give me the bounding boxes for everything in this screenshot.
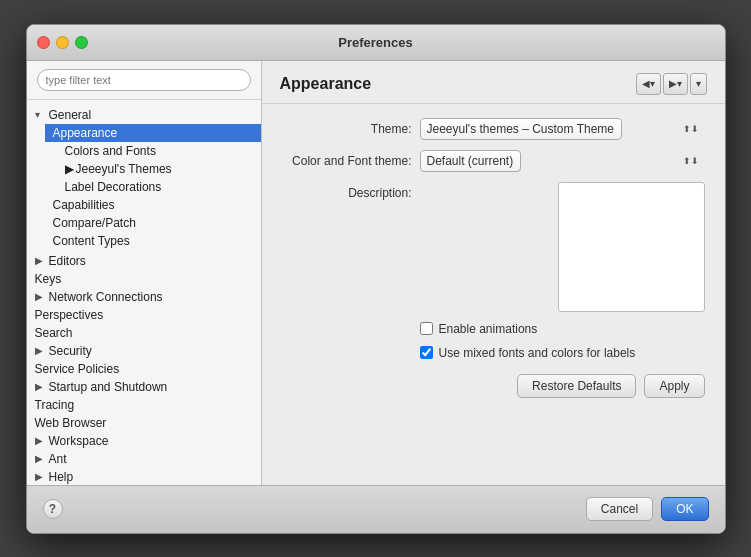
enable-animations-checkbox[interactable] (420, 322, 433, 335)
sidebar-item-search[interactable]: Search (27, 324, 261, 342)
sidebar-item-capabilities[interactable]: Capabilities (45, 196, 261, 214)
description-row: Description: (282, 182, 705, 312)
expand-arrow-general: ▾ (35, 109, 47, 121)
general-children: Appearance Colors and Fonts ▶ Jeeeyul's … (27, 124, 261, 250)
color-font-select-arrow: ⬆⬇ (683, 156, 699, 166)
help-icon: ? (49, 502, 56, 516)
arrow-editors: ▶ (35, 255, 47, 267)
theme-row: Theme: Jeeeyul's themes – Custom Theme ⬆… (282, 118, 705, 140)
nav-dropdown-icon: ▾ (696, 78, 701, 89)
nav-forward-button[interactable]: ▶▾ (663, 73, 688, 95)
sidebar-item-workspace[interactable]: ▶ Workspace (27, 432, 261, 450)
sidebar-item-label-keys: Keys (35, 272, 62, 286)
cancel-button[interactable]: Cancel (586, 497, 653, 521)
sidebar-item-content-types[interactable]: Content Types (45, 232, 261, 250)
minimize-button[interactable] (56, 36, 69, 49)
sidebar-item-colors-fonts[interactable]: Colors and Fonts (45, 142, 261, 160)
titlebar: Preferences (27, 25, 725, 61)
sidebar-item-label-startup: Startup and Shutdown (49, 380, 168, 394)
sidebar-item-service-policies[interactable]: Service Policies (27, 360, 261, 378)
sidebar-item-editors[interactable]: ▶ Editors (27, 252, 261, 270)
sidebar-item-label-security: Security (49, 344, 92, 358)
color-font-label: Color and Font theme: (282, 154, 412, 168)
arrow-ant: ▶ (35, 453, 47, 465)
arrow-help: ▶ (35, 471, 47, 483)
apply-button[interactable]: Apply (644, 374, 704, 398)
tree-item-general: ▾ General Appearance Colors and Fonts ▶ … (27, 104, 261, 252)
sidebar-item-label-editors: Editors (49, 254, 86, 268)
window-title: Preferences (338, 35, 412, 50)
description-label: Description: (282, 186, 412, 200)
arrow-network: ▶ (35, 291, 47, 303)
footer: ? Cancel OK (27, 485, 725, 533)
sidebar-item-label-appearance: Appearance (53, 126, 118, 140)
sidebar-item-label-capabilities: Capabilities (53, 198, 115, 212)
main-header: Appearance ◀▾ ▶▾ ▾ (262, 61, 725, 104)
theme-select-arrow: ⬆⬇ (683, 124, 699, 134)
sidebar-item-startup[interactable]: ▶ Startup and Shutdown (27, 378, 261, 396)
sidebar-item-security[interactable]: ▶ Security (27, 342, 261, 360)
nav-forward-icon: ▶▾ (669, 78, 682, 89)
sidebar-item-help[interactable]: ▶ Help (27, 468, 261, 485)
sidebar-item-label-help: Help (49, 470, 74, 484)
color-font-select-wrapper: Default (current) ⬆⬇ (420, 150, 705, 172)
arrow-startup: ▶ (35, 381, 47, 393)
nav-dropdown-button[interactable]: ▾ (690, 73, 707, 95)
theme-label: Theme: (282, 122, 412, 136)
sidebar-item-label-search: Search (35, 326, 73, 340)
sidebar: ▾ General Appearance Colors and Fonts ▶ … (27, 61, 262, 485)
nav-back-icon: ◀▾ (642, 78, 655, 89)
preferences-window: Preferences ▾ General Appearance (26, 24, 726, 534)
footer-left: ? (43, 499, 578, 519)
use-mixed-fonts-checkbox[interactable] (420, 346, 433, 359)
sidebar-item-keys[interactable]: Keys (27, 270, 261, 288)
theme-select-wrapper: Jeeeyul's themes – Custom Theme ⬆⬇ (420, 118, 705, 140)
sidebar-item-tracing[interactable]: Tracing (27, 396, 261, 414)
search-box (27, 61, 261, 100)
sidebar-item-ant[interactable]: ▶ Ant (27, 450, 261, 468)
nav-back-button[interactable]: ◀▾ (636, 73, 661, 95)
traffic-lights (37, 36, 88, 49)
close-button[interactable] (37, 36, 50, 49)
main-body: Theme: Jeeeyul's themes – Custom Theme ⬆… (262, 104, 725, 485)
sidebar-item-label-tracing: Tracing (35, 398, 75, 412)
description-box (558, 182, 705, 312)
restore-defaults-button[interactable]: Restore Defaults (517, 374, 636, 398)
sidebar-item-label-compare-patch: Compare/Patch (53, 216, 136, 230)
sidebar-item-label-general: General (49, 108, 92, 122)
help-button[interactable]: ? (43, 499, 63, 519)
content-area: ▾ General Appearance Colors and Fonts ▶ … (27, 61, 725, 485)
maximize-button[interactable] (75, 36, 88, 49)
sidebar-item-label-network: Network Connections (49, 290, 163, 304)
sidebar-item-label-jeeeyuls: Jeeeyul's Themes (76, 162, 172, 176)
search-input[interactable] (37, 69, 251, 91)
use-mixed-fonts-label: Use mixed fonts and colors for labels (439, 346, 636, 360)
sidebar-item-appearance[interactable]: Appearance (45, 124, 261, 142)
arrow-workspace: ▶ (35, 435, 47, 447)
sidebar-item-compare-patch[interactable]: Compare/Patch (45, 214, 261, 232)
actions-row: Restore Defaults Apply (282, 374, 705, 398)
sidebar-item-web-browser[interactable]: Web Browser (27, 414, 261, 432)
sidebar-item-general[interactable]: ▾ General (27, 106, 261, 124)
theme-select[interactable]: Jeeeyul's themes – Custom Theme (420, 118, 622, 140)
use-mixed-fonts-row: Use mixed fonts and colors for labels (420, 346, 705, 360)
sidebar-item-label-service-policies: Service Policies (35, 362, 120, 376)
main-panel: Appearance ◀▾ ▶▾ ▾ Theme: (262, 61, 725, 485)
page-title: Appearance (280, 75, 372, 93)
sidebar-item-label-decorations[interactable]: Label Decorations (45, 178, 261, 196)
sidebar-item-label-colors-fonts: Colors and Fonts (65, 144, 156, 158)
color-font-select[interactable]: Default (current) (420, 150, 521, 172)
sidebar-item-jeeeyuls-themes[interactable]: ▶ Jeeeyul's Themes (45, 160, 261, 178)
tree: ▾ General Appearance Colors and Fonts ▶ … (27, 100, 261, 485)
sidebar-item-label-perspectives: Perspectives (35, 308, 104, 322)
enable-animations-row: Enable animations (420, 322, 705, 336)
sidebar-item-label-ant: Ant (49, 452, 67, 466)
sidebar-item-perspectives[interactable]: Perspectives (27, 306, 261, 324)
sidebar-item-label-workspace: Workspace (49, 434, 109, 448)
enable-animations-label: Enable animations (439, 322, 538, 336)
ok-button[interactable]: OK (661, 497, 708, 521)
sidebar-item-label-web-browser: Web Browser (35, 416, 107, 430)
nav-arrows: ◀▾ ▶▾ ▾ (636, 73, 707, 95)
sidebar-item-network[interactable]: ▶ Network Connections (27, 288, 261, 306)
sidebar-item-label-label-decorations: Label Decorations (65, 180, 162, 194)
